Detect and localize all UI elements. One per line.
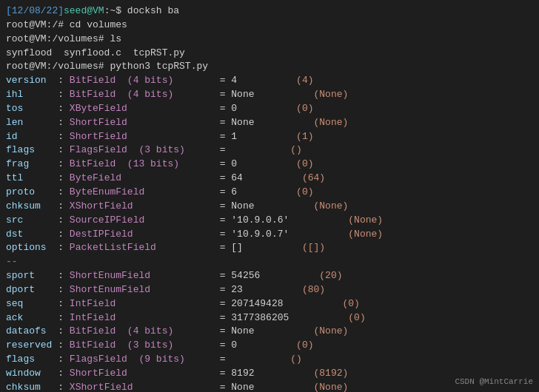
- terminal-line: dataofs : BitField (4 bits) = None(None): [6, 325, 533, 339]
- equals-sign: = 23: [214, 284, 243, 295]
- field-name: dst: [6, 229, 58, 240]
- terminal-line: version : BitField (4 bits) = 4(4): [6, 74, 533, 88]
- field-type: IntField: [70, 312, 214, 323]
- field-type: IntField: [70, 298, 214, 309]
- equals-sign: = None: [214, 89, 255, 100]
- field-name: len: [6, 117, 58, 128]
- field-default: (0): [296, 339, 313, 351]
- colon: :: [58, 186, 70, 197]
- terminal-line: flags : FlagsField (9 bits) = (): [6, 353, 533, 367]
- colon: :: [58, 298, 70, 309]
- field-name: proto: [6, 186, 58, 197]
- field-default: (0): [296, 158, 313, 169]
- terminal-line: chksum : XShortField = None(None): [6, 200, 533, 214]
- colon: :: [58, 270, 70, 281]
- field-default: (None): [313, 117, 348, 128]
- terminal-line: root@VM:/volumes# ls: [6, 33, 533, 47]
- field-name: options: [6, 242, 58, 253]
- plain-text: root@VM:/# cd volumes: [6, 19, 127, 30]
- colon: :: [58, 354, 70, 365]
- field-default: (None): [313, 89, 348, 100]
- colon: :: [58, 382, 70, 392]
- terminal-line: dport : ShortEnumField = 23(80): [6, 283, 533, 297]
- colon: :: [58, 200, 70, 212]
- field-name: window: [6, 368, 58, 379]
- field-type: BitField (4 bits): [70, 75, 214, 86]
- prompt-symbol: :~$: [104, 5, 127, 16]
- colon: :: [58, 242, 70, 253]
- equals-sign: = None: [214, 325, 255, 337]
- equals-sign: = None: [214, 200, 255, 212]
- field-name: ttl: [6, 172, 58, 183]
- equals-sign: = None: [214, 117, 255, 128]
- field-type: BitField (3 bits): [70, 339, 214, 351]
- field-type: ShortEnumField: [70, 284, 214, 295]
- terminal-line: tos : XByteField = 0(0): [6, 102, 533, 116]
- equals-sign: = 207149428: [214, 298, 284, 309]
- colon: :: [58, 339, 70, 351]
- terminal-line: seq : IntField = 207149428(0): [6, 297, 533, 311]
- colon: :: [58, 75, 70, 86]
- field-name: frag: [6, 158, 58, 169]
- field-name: reserved: [6, 339, 58, 351]
- plain-text: synflood synflood.c tcpRST.py: [6, 47, 185, 58]
- colon: :: [58, 368, 70, 379]
- field-default: (): [290, 144, 302, 155]
- terminal-line: sport : ShortEnumField = 54256(20): [6, 269, 533, 283]
- terminal-line: chksum : XShortField = None(None): [6, 381, 533, 392]
- equals-sign: =: [214, 144, 231, 155]
- field-name: sport: [6, 270, 58, 281]
- prompt-user: seed@VM: [64, 5, 104, 16]
- field-type: BitField (4 bits): [70, 89, 214, 100]
- equals-sign: = 1: [214, 131, 237, 142]
- terminal-window: [12/08/22]seed@VM:~$ docksh baroot@VM:/#…: [0, 0, 539, 392]
- field-default: (0): [296, 103, 313, 114]
- equals-sign: = 0: [214, 103, 237, 114]
- field-name: flags: [6, 144, 58, 155]
- field-name: flags: [6, 354, 58, 365]
- prompt-date: [12/08/22]: [6, 5, 64, 16]
- colon: :: [58, 158, 70, 169]
- field-name: tos: [6, 103, 58, 114]
- terminal-line: flags : FlagsField (3 bits) = (): [6, 143, 533, 158]
- equals-sign: = 0: [214, 339, 237, 351]
- field-name: ack: [6, 312, 58, 323]
- field-default: (0): [296, 186, 313, 197]
- plain-text: root@VM:/volumes# ls: [6, 33, 121, 44]
- colon: :: [58, 89, 70, 100]
- field-name: id: [6, 131, 58, 142]
- field-type: ShortEnumField: [70, 270, 214, 281]
- plain-text: root@VM:/volumes# python3 tcpRST.py: [6, 61, 208, 72]
- terminal-line: ack : IntField = 3177386205(0): [6, 311, 533, 325]
- field-type: FlagsField (3 bits): [70, 144, 214, 155]
- field-default: (None): [348, 214, 383, 226]
- field-default: (8192): [313, 368, 348, 379]
- terminal-line: [12/08/22]seed@VM:~$ docksh ba: [6, 4, 533, 18]
- terminal-content: [12/08/22]seed@VM:~$ docksh baroot@VM:/#…: [6, 4, 533, 392]
- field-type: SourceIPField: [70, 214, 214, 226]
- equals-sign: = 4: [214, 75, 237, 86]
- field-default: (None): [313, 200, 348, 212]
- field-name: dport: [6, 284, 58, 295]
- field-default: ([]): [302, 242, 325, 253]
- terminal-line: root@VM:/volumes# python3 tcpRST.py: [6, 60, 533, 74]
- colon: :: [58, 229, 70, 240]
- colon: :: [58, 325, 70, 337]
- terminal-line: ihl : BitField (4 bits) = None(None): [6, 88, 533, 102]
- terminal-line: len : ShortField = None(None): [6, 116, 533, 130]
- field-type: FlagsField (9 bits): [70, 354, 214, 365]
- field-type: BitField (4 bits): [70, 325, 214, 337]
- field-type: XShortField: [70, 382, 214, 392]
- terminal-line: src : SourceIPField = '10.9.0.6'(None): [6, 214, 533, 228]
- colon: :: [58, 103, 70, 114]
- colon: :: [58, 284, 70, 295]
- field-default: (None): [313, 325, 348, 337]
- terminal-line: dst : DestIPField = '10.9.0.7'(None): [6, 228, 533, 242]
- field-default: (80): [302, 284, 325, 295]
- field-default: (0): [343, 298, 360, 309]
- terminal-line: root@VM:/# cd volumes: [6, 18, 533, 33]
- terminal-line: --: [6, 255, 533, 269]
- terminal-line: window : ShortField = 8192(8192): [6, 367, 533, 381]
- equals-sign: = []: [214, 242, 243, 253]
- watermark: CSDN @MintCarrie: [455, 377, 533, 386]
